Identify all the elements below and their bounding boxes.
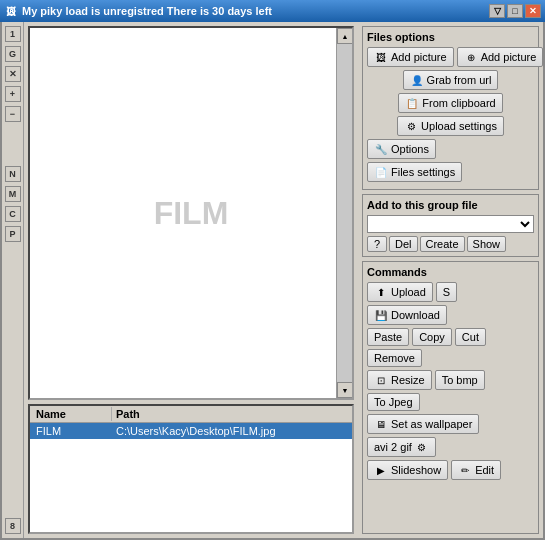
upload-icon: ⬆ <box>374 285 388 299</box>
sidebar-btn-minus[interactable]: − <box>5 106 21 122</box>
cut-button[interactable]: Cut <box>455 328 486 346</box>
file-name-cell: FILM <box>32 424 112 438</box>
paste-button[interactable]: Paste <box>367 328 409 346</box>
slideshow-icon: ▶ <box>374 463 388 477</box>
commands-title: Commands <box>367 266 534 278</box>
wallpaper-icon: 🖥 <box>374 417 388 431</box>
add-picture-1-icon: 🖼 <box>374 50 388 64</box>
options-icon: 🔧 <box>374 142 388 156</box>
from-clipboard-button[interactable]: 📋 From clipboard <box>398 93 502 113</box>
commands-section: Commands ⬆ Upload S 💾 Download Paste Cop… <box>362 261 539 534</box>
clipboard-icon: 📋 <box>405 96 419 110</box>
scroll-up-arrow[interactable]: ▲ <box>337 28 353 44</box>
resize-icon: ⊡ <box>374 373 388 387</box>
scroll-track[interactable] <box>337 44 352 382</box>
group-dropdown-select[interactable] <box>367 215 534 233</box>
add-picture-1-button[interactable]: 🖼 Add picture <box>367 47 454 67</box>
close-button[interactable]: ✕ <box>525 4 541 18</box>
add-picture-2-icon: ⊕ <box>464 50 478 64</box>
title-bar: 🖼 My piky load is unregistred There is 3… <box>0 0 545 22</box>
download-button[interactable]: 💾 Download <box>367 305 447 325</box>
file-list-header: Name Path <box>30 406 352 423</box>
sidebar-btn-n[interactable]: N <box>5 166 21 182</box>
upload-button[interactable]: ⬆ Upload <box>367 282 433 302</box>
title-text: My piky load is unregistred There is 30 … <box>22 5 489 17</box>
header-path: Path <box>112 407 350 421</box>
sidebar-btn-p[interactable]: P <box>5 226 21 242</box>
file-list-body: FILM C:\Users\Kacy\Desktop\FILM.jpg <box>30 423 352 527</box>
remove-button[interactable]: Remove <box>367 349 422 367</box>
to-jpeg-button[interactable]: To Jpeg <box>367 393 420 411</box>
upload-settings-row: ⚙ Upload settings <box>367 116 534 136</box>
files-settings-icon: 📄 <box>374 165 388 179</box>
slideshow-button[interactable]: ▶ Slideshow <box>367 460 448 480</box>
files-settings-button[interactable]: 📄 Files settings <box>367 162 462 182</box>
avi2gif-icon: ⚙ <box>415 440 429 454</box>
to-bmp-button[interactable]: To bmp <box>435 370 485 390</box>
add-to-group-title: Add to this group file <box>367 199 534 211</box>
maximize-button[interactable]: □ <box>507 4 523 18</box>
copy-button[interactable]: Copy <box>412 328 452 346</box>
sidebar-btn-c[interactable]: C <box>5 206 21 222</box>
upload-row: ⬆ Upload S 💾 Download <box>367 282 534 325</box>
window-controls: ▽ □ ✕ <box>489 4 541 18</box>
add-to-group-section: Add to this group file ? Del Create Show <box>362 194 539 257</box>
file-path-cell: C:\Users\Kacy\Desktop\FILM.jpg <box>112 424 350 438</box>
edit-icon: ✏ <box>458 463 472 477</box>
slideshow-row: ▶ Slideshow ✏ Edit <box>367 460 534 480</box>
left-sidebar: 1 G ✕ + − N M C P 8 <box>2 22 24 538</box>
grab-from-url-button[interactable]: 👤 Grab from url <box>403 70 499 90</box>
center-panel: FILM ▲ ▼ Name Path FILM C:\Users\Kacy\De… <box>24 22 358 538</box>
files-options-title: Files options <box>367 31 534 43</box>
question-button[interactable]: ? <box>367 236 387 252</box>
preview-area: FILM ▲ ▼ <box>28 26 354 400</box>
files-options-section: Files options 🖼 Add picture ⊕ Add pictur… <box>362 26 539 190</box>
set-wallpaper-button[interactable]: 🖥 Set as wallpaper <box>367 414 479 434</box>
s-button[interactable]: S <box>436 282 457 302</box>
copy-row: Paste Copy Cut Remove <box>367 328 534 367</box>
group-action-buttons: ? Del Create Show <box>367 236 534 252</box>
options-button[interactable]: 🔧 Options <box>367 139 436 159</box>
add-picture-2-button[interactable]: ⊕ Add picture <box>457 47 544 67</box>
upload-settings-button[interactable]: ⚙ Upload settings <box>397 116 504 136</box>
preview-text: FILM <box>154 195 229 232</box>
sidebar-btn-g[interactable]: G <box>5 46 21 62</box>
sidebar-btn-x[interactable]: ✕ <box>5 66 21 82</box>
download-icon: 💾 <box>374 308 388 322</box>
grab-url-row: 👤 Grab from url <box>367 70 534 90</box>
grab-url-icon: 👤 <box>410 73 424 87</box>
file-list-container: Name Path FILM C:\Users\Kacy\Desktop\FIL… <box>28 404 354 534</box>
upload-settings-icon: ⚙ <box>404 119 418 133</box>
del-button[interactable]: Del <box>389 236 418 252</box>
sidebar-btn-plus[interactable]: + <box>5 86 21 102</box>
main-window: 1 G ✕ + − N M C P 8 FILM ▲ ▼ Name Path <box>0 22 545 540</box>
sidebar-btn-m[interactable]: M <box>5 186 21 202</box>
resize-row: ⊡ Resize To bmp To Jpeg <box>367 370 534 411</box>
right-panel: Files options 🖼 Add picture ⊕ Add pictur… <box>358 22 543 538</box>
preview-scrollbar: ▲ ▼ <box>336 28 352 398</box>
resize-button[interactable]: ⊡ Resize <box>367 370 432 390</box>
file-row[interactable]: FILM C:\Users\Kacy\Desktop\FILM.jpg <box>30 423 352 439</box>
header-name: Name <box>32 407 112 421</box>
create-button[interactable]: Create <box>420 236 465 252</box>
options-row: 🔧 Options 📄 Files settings <box>367 139 534 182</box>
sidebar-btn-8[interactable]: 8 <box>5 518 21 534</box>
add-picture-row: 🖼 Add picture ⊕ Add picture <box>367 47 534 67</box>
group-dropdown-row <box>367 215 534 233</box>
avi2gif-button[interactable]: avi 2 gif ⚙ <box>367 437 436 457</box>
app-icon: 🖼 <box>4 4 18 18</box>
from-clipboard-row: 📋 From clipboard <box>367 93 534 113</box>
wallpaper-row: 🖥 Set as wallpaper avi 2 gif ⚙ <box>367 414 534 457</box>
sidebar-btn-1[interactable]: 1 <box>5 26 21 42</box>
edit-button[interactable]: ✏ Edit <box>451 460 501 480</box>
scroll-down-arrow[interactable]: ▼ <box>337 382 353 398</box>
show-button[interactable]: Show <box>467 236 507 252</box>
minimize-button[interactable]: ▽ <box>489 4 505 18</box>
